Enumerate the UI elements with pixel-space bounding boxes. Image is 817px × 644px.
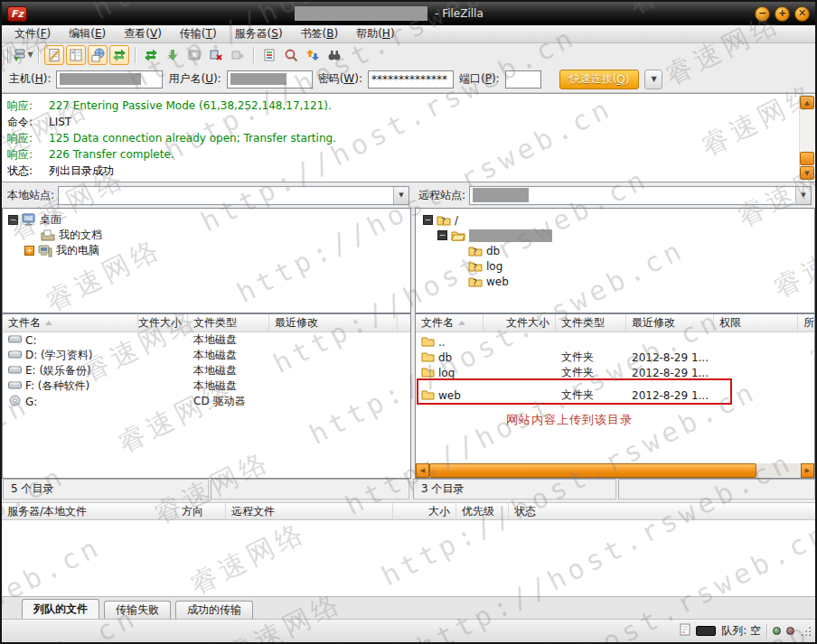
sort-ascending-icon bbox=[45, 321, 52, 325]
speed-limit-badge[interactable] bbox=[696, 626, 716, 636]
tree-item-my-computer[interactable]: + 我的电脑 bbox=[3, 243, 410, 258]
message-log-icon bbox=[47, 48, 61, 62]
scroll-left-button[interactable]: ◀ bbox=[416, 463, 429, 478]
minimize-button[interactable]: − bbox=[755, 6, 770, 22]
menu-bookmarks[interactable]: 书签(B) bbox=[292, 25, 348, 42]
quickconnect-dropdown-button[interactable]: ▼ bbox=[644, 70, 662, 89]
filezilla-window: Fz - FileZilla − + ✕ 文件(F) 编辑(E) 查看(V) 传… bbox=[0, 0, 817, 644]
scroll-thumb[interactable] bbox=[800, 152, 814, 165]
scroll-thumb[interactable] bbox=[429, 463, 756, 478]
refresh-button[interactable] bbox=[141, 45, 161, 65]
chevron-down-icon[interactable]: ▼ bbox=[795, 187, 811, 204]
tree-item-desktop[interactable]: − 桌面 bbox=[3, 212, 410, 228]
cancel-operation-button[interactable] bbox=[184, 45, 204, 65]
menu-server[interactable]: 服务器(S) bbox=[226, 25, 292, 42]
scroll-up-button[interactable]: ▲ bbox=[800, 96, 814, 109]
quickconnect-button[interactable]: 快速连接(Q) bbox=[559, 70, 640, 89]
scroll-down-button[interactable]: ▼ bbox=[800, 166, 814, 180]
local-site-label: 本地站点: bbox=[7, 188, 54, 203]
column-header-filename[interactable]: 文件名 bbox=[3, 314, 138, 331]
close-button[interactable]: ✕ bbox=[794, 6, 810, 22]
password-masked-value: ************** bbox=[371, 73, 447, 86]
remote-file-list: 文件名 文件大小 文件类型 最近修改 权限 所 .. db 文件夹 2012-8… bbox=[415, 313, 815, 479]
username-redacted-value bbox=[230, 73, 286, 85]
local-status-count: 5 个目录 bbox=[3, 479, 209, 499]
file-row-db[interactable]: db 文件夹 2012-8-29 1... bbox=[416, 350, 814, 365]
password-label: 密码(W): bbox=[318, 71, 362, 87]
column-header-size[interactable]: 大小 bbox=[393, 503, 456, 519]
remote-horizontal-scrollbar[interactable]: ◀ ▶ bbox=[416, 463, 814, 478]
tab-successful-transfers[interactable]: 成功的传输 bbox=[175, 601, 253, 619]
toggle-local-tree-button[interactable] bbox=[66, 45, 86, 65]
resize-grip[interactable] bbox=[800, 625, 812, 637]
file-row-drive-d[interactable]: D: (学习资料) 本地磁盘 bbox=[3, 348, 410, 363]
tree-item-web[interactable]: ? web bbox=[416, 274, 814, 289]
column-header-priority[interactable]: 优先级 bbox=[456, 503, 509, 519]
local-site-combo[interactable]: ▼ bbox=[58, 186, 409, 205]
column-header-modified[interactable]: 最近修改 bbox=[269, 314, 398, 331]
column-header-filesize[interactable]: 文件大小 bbox=[138, 314, 188, 331]
column-header-modified[interactable]: 最近修改 bbox=[626, 314, 714, 331]
collapse-icon[interactable]: − bbox=[8, 215, 18, 225]
toggle-message-log-button[interactable] bbox=[44, 45, 64, 65]
menu-help[interactable]: 帮助(H) bbox=[347, 25, 403, 42]
process-queue-button[interactable] bbox=[163, 45, 183, 65]
find-files-button[interactable] bbox=[324, 45, 344, 65]
tab-failed-transfers[interactable]: 传输失败 bbox=[104, 601, 171, 619]
column-header-filetype[interactable]: 文件类型 bbox=[188, 314, 269, 331]
tree-item-root[interactable]: − ? / bbox=[416, 212, 814, 228]
file-row-drive-f[interactable]: F: (各种软件) 本地磁盘 bbox=[3, 378, 410, 394]
column-header-status[interactable]: 状态 bbox=[509, 503, 815, 519]
column-header-filesize[interactable]: 文件大小 bbox=[484, 314, 556, 331]
status-led-green bbox=[773, 627, 781, 635]
log-line: 响应:226 Transfer complete. bbox=[7, 146, 794, 163]
file-row-parent-dir[interactable]: .. bbox=[416, 334, 814, 350]
remote-site-combo[interactable]: ▼ bbox=[469, 186, 812, 205]
tree-item-log[interactable]: ? log bbox=[416, 258, 814, 274]
maximize-button[interactable]: + bbox=[775, 6, 790, 22]
host-input[interactable] bbox=[56, 70, 163, 89]
svg-text:?: ? bbox=[473, 278, 477, 287]
menu-transfer[interactable]: 传输(T) bbox=[171, 25, 226, 42]
column-header-permissions[interactable]: 权限 bbox=[714, 314, 798, 331]
chevron-down-icon[interactable]: ▼ bbox=[393, 187, 408, 204]
file-row-drive-e[interactable]: E: (娱乐备份) 本地磁盘 bbox=[3, 363, 410, 378]
menu-file[interactable]: 文件(F) bbox=[5, 25, 60, 42]
disconnect-button[interactable] bbox=[206, 45, 226, 65]
toggle-transfer-queue-button[interactable] bbox=[109, 45, 129, 65]
column-header-remote-file[interactable]: 远程文件 bbox=[226, 503, 393, 519]
filter-button[interactable] bbox=[259, 45, 279, 65]
log-scrollbar[interactable]: ▲ ▼ bbox=[799, 96, 814, 180]
menu-view[interactable]: 查看(V) bbox=[115, 25, 171, 42]
column-header-server-local-file[interactable]: 服务器/本地文件 bbox=[2, 503, 176, 519]
file-row-web[interactable]: web 文件夹 2012-8-29 1... bbox=[416, 387, 814, 403]
toggle-remote-tree-button[interactable] bbox=[88, 45, 108, 65]
collapse-icon[interactable]: − bbox=[437, 230, 447, 240]
reconnect-button[interactable] bbox=[228, 45, 248, 65]
expand-icon[interactable]: + bbox=[24, 246, 34, 256]
file-row-log[interactable]: log 文件夹 2012-8-29 1... bbox=[416, 365, 814, 380]
menu-edit[interactable]: 编辑(E) bbox=[60, 25, 115, 42]
column-header-owner[interactable]: 所 bbox=[798, 314, 814, 331]
synchronized-browsing-button[interactable] bbox=[303, 45, 323, 65]
file-row-drive-c[interactable]: C: 本地磁盘 bbox=[3, 332, 410, 348]
queue-body[interactable] bbox=[2, 520, 815, 597]
column-header-direction[interactable]: 方向 bbox=[176, 503, 226, 519]
column-header-filename[interactable]: 文件名 bbox=[416, 314, 484, 331]
tree-item-my-documents[interactable]: 我的文档 bbox=[3, 228, 410, 243]
password-input[interactable]: ************** bbox=[368, 70, 454, 89]
column-header-filetype[interactable]: 文件类型 bbox=[556, 314, 626, 331]
toolbar-grip[interactable] bbox=[5, 47, 8, 63]
tab-queued-files[interactable]: 列队的文件 bbox=[22, 599, 99, 619]
file-row-drive-g[interactable]: G: CD 驱动器 bbox=[3, 394, 410, 409]
directory-comparison-button[interactable] bbox=[281, 45, 301, 65]
scroll-right-button[interactable]: ▶ bbox=[801, 463, 814, 478]
site-manager-button[interactable]: ▼ bbox=[13, 45, 33, 65]
port-input[interactable] bbox=[505, 70, 541, 89]
username-input[interactable] bbox=[227, 70, 313, 89]
collapse-icon[interactable]: − bbox=[423, 215, 433, 225]
folder-icon bbox=[421, 350, 435, 365]
tree-item-db[interactable]: ? db bbox=[416, 243, 814, 258]
tree-item-redacted-folder[interactable]: − bbox=[416, 228, 814, 243]
site-selectors: 本地站点: ▼ 远程站点: ▼ bbox=[2, 182, 815, 208]
